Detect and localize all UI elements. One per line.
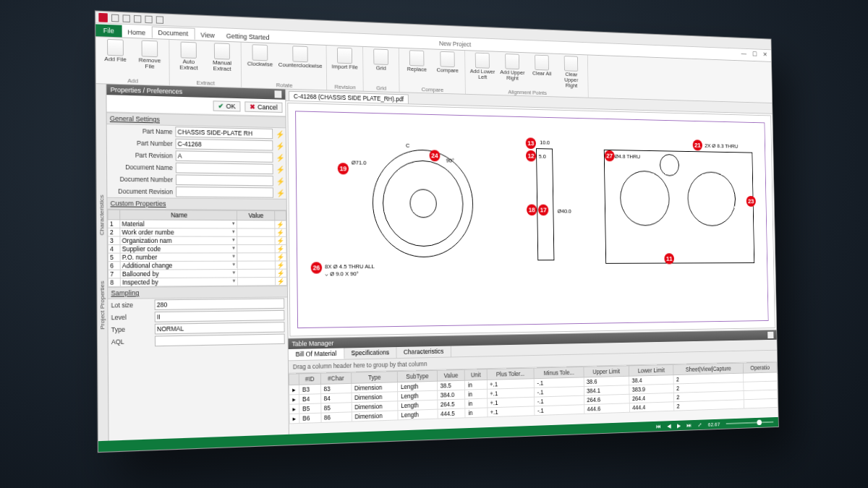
compare-button[interactable]: Compare xyxy=(434,51,461,74)
document-tab[interactable]: C-41268 (CHASSIS SIDE PLATE_RH).pdf xyxy=(289,91,409,104)
balloon-23[interactable]: 23 xyxy=(746,196,756,207)
add-upper-right-button[interactable]: Add Upper Right xyxy=(499,53,525,82)
qat-help-icon[interactable] xyxy=(156,16,163,24)
tab-bom[interactable]: Bill Of Material xyxy=(289,348,344,360)
dim-83: 2X Ø 8.3 THRU xyxy=(705,142,738,149)
auto-icon[interactable]: ⚡ xyxy=(276,130,283,138)
balloon-18[interactable]: 18 xyxy=(527,205,537,216)
balloon-27[interactable]: 27 xyxy=(605,150,615,162)
balloon-19[interactable]: 19 xyxy=(338,163,349,174)
auto-extract-button[interactable]: Auto Extract xyxy=(174,41,203,72)
rotate-cw-button[interactable]: Clockwise xyxy=(246,44,275,68)
zoom-slider[interactable] xyxy=(726,421,774,424)
tab-characteristics[interactable]: Characteristics xyxy=(396,346,451,359)
manual-extract-icon xyxy=(214,43,230,59)
doc-number-field[interactable] xyxy=(176,174,273,186)
rotate-ccw-button[interactable]: Counterclockwise xyxy=(278,46,322,69)
minimize-button[interactable]: — xyxy=(741,50,747,57)
rotate-cw-icon xyxy=(252,44,268,61)
balloon-11[interactable]: 11 xyxy=(664,253,674,264)
tab-home[interactable]: Home xyxy=(122,27,151,38)
custom-prop-row[interactable]: 1Material▾⚡ xyxy=(108,220,286,228)
level-field[interactable] xyxy=(155,310,285,322)
import-icon xyxy=(337,48,352,64)
part-revision-field[interactable] xyxy=(176,150,273,163)
lot-size-label: Lot size xyxy=(111,301,152,309)
tab-view[interactable]: View xyxy=(195,30,221,41)
ok-button[interactable]: ✔OK xyxy=(213,100,240,111)
balloon-24[interactable]: 24 xyxy=(429,150,440,161)
side-tab-characteristics[interactable]: Characteristics xyxy=(98,194,106,235)
tab-file[interactable]: File xyxy=(95,24,122,37)
table-manager: Table Manager Bill Of Material Specifica… xyxy=(289,330,778,435)
pin-icon[interactable] xyxy=(767,332,773,338)
add-lower-left-button[interactable]: Add Lower Left xyxy=(469,52,496,80)
tab-specs[interactable]: Specifications xyxy=(344,347,397,359)
type-field[interactable] xyxy=(155,322,285,334)
replace-icon xyxy=(409,50,425,66)
balloon-21[interactable]: 21 xyxy=(693,140,703,150)
app-window: New Project — ☐ ✕ File Home Document Vie… xyxy=(95,11,779,453)
remove-file-button[interactable]: Remove File xyxy=(135,40,164,70)
grid-icon xyxy=(373,48,388,65)
balloon-17[interactable]: 17 xyxy=(538,205,548,216)
clear-all-button[interactable]: Clear All xyxy=(529,54,555,77)
manual-extract-button[interactable]: Manual Extract xyxy=(208,43,237,72)
level-label: Level xyxy=(111,313,152,321)
corner-ur-icon xyxy=(505,53,519,69)
qat-refresh-icon[interactable] xyxy=(145,15,152,23)
doc-name-label: Document Name xyxy=(110,163,173,172)
replace-button[interactable]: Replace xyxy=(403,50,430,73)
close-button[interactable]: ✕ xyxy=(763,51,768,58)
qat-undo-icon[interactable] xyxy=(123,14,130,22)
aql-field[interactable] xyxy=(155,334,285,347)
dim-c: C xyxy=(406,142,409,149)
clear-upper-right-button[interactable]: Clear Upper Right xyxy=(558,56,584,89)
add-file-button[interactable]: Add File xyxy=(101,38,131,63)
dim-thru: 8X Ø 4.5 THRU ALL xyxy=(325,263,375,270)
custom-prop-row[interactable]: 2Work order numbe▾⚡ xyxy=(108,228,286,236)
qat-save-icon[interactable] xyxy=(111,14,119,22)
nav-first-icon[interactable]: ⏮ xyxy=(656,423,661,429)
part-name-field[interactable] xyxy=(175,127,273,139)
pin-icon[interactable] xyxy=(275,90,282,98)
tab-getting-started[interactable]: Getting Started xyxy=(221,30,276,43)
fit-icon[interactable]: ⤢ xyxy=(697,421,702,428)
side-tab-project-properties[interactable]: Project Properties xyxy=(99,281,106,329)
cancel-button[interactable]: ✖Cancel xyxy=(244,101,282,113)
balloon-26[interactable]: 26 xyxy=(311,262,323,273)
drawing-canvas[interactable]: C Ø71.0 90° 8X Ø 4.5 THRU ALL ⌵ Ø 9.0 X … xyxy=(287,103,775,337)
compare-icon xyxy=(440,51,454,67)
clear-icon xyxy=(535,55,549,71)
corner-ll-icon xyxy=(475,53,490,69)
part-name-label: Part Name xyxy=(110,127,172,135)
nav-next-icon[interactable]: ▶ xyxy=(677,422,681,429)
auto-icon[interactable]: ⚡ xyxy=(276,189,284,197)
custom-prop-row[interactable]: 3Organization nam▾⚡ xyxy=(108,236,286,245)
doc-number-label: Document Number xyxy=(110,175,173,183)
tab-document[interactable]: Document xyxy=(151,26,195,40)
import-file-button[interactable]: Import File xyxy=(331,47,358,70)
part-number-field[interactable] xyxy=(175,139,273,151)
auto-icon[interactable]: ⚡ xyxy=(276,165,284,173)
qat-redo-icon[interactable] xyxy=(134,14,141,22)
balloon-12[interactable]: 12 xyxy=(526,150,536,162)
maximize-button[interactable]: ☐ xyxy=(752,51,757,57)
x-icon: ✖ xyxy=(250,103,255,111)
doc-name-field[interactable] xyxy=(176,163,273,174)
nav-last-icon[interactable]: ⏭ xyxy=(686,422,692,429)
auto-icon[interactable]: ⚡ xyxy=(276,177,284,185)
custom-prop-row[interactable]: 5P.O. number▾⚡ xyxy=(108,253,286,262)
lot-size-field[interactable] xyxy=(155,299,285,310)
dim-10: 10.0 xyxy=(540,140,550,146)
balloon-13[interactable]: 13 xyxy=(526,137,536,149)
auto-icon[interactable]: ⚡ xyxy=(276,142,283,150)
nav-prev-icon[interactable]: ◀ xyxy=(667,423,671,429)
doc-revision-field[interactable] xyxy=(176,187,273,198)
grid-button[interactable]: Grid xyxy=(367,48,395,72)
custom-prop-row[interactable]: 4Supplier code▾⚡ xyxy=(108,245,286,254)
dim-90deg: 90° xyxy=(446,158,454,164)
auto-icon[interactable]: ⚡ xyxy=(276,153,283,161)
clear-ur-icon xyxy=(564,56,579,72)
part-revision-label: Part Revision xyxy=(110,151,173,160)
